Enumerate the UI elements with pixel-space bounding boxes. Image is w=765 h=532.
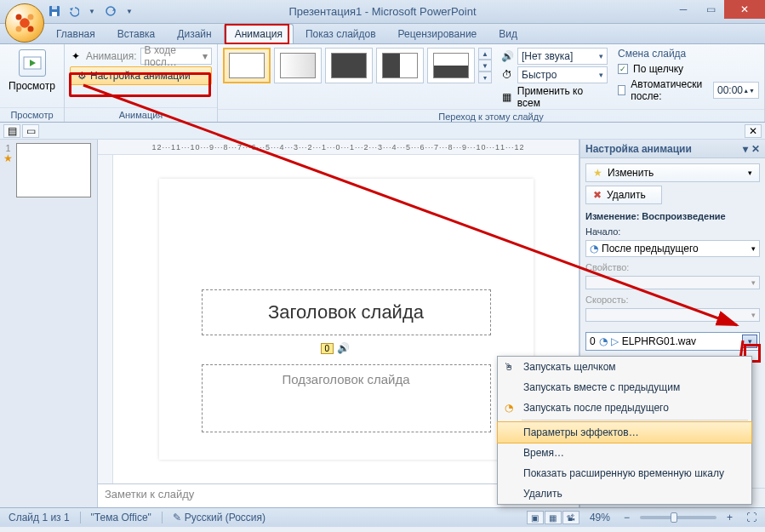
qat-customize-icon[interactable]: ▼ — [122, 3, 137, 19]
speed-dropdown[interactable]: Быстро▾ — [517, 66, 608, 83]
undo-icon[interactable] — [66, 3, 81, 19]
status-language[interactable]: ✎Русский (Россия) — [169, 512, 269, 523]
media-order: 0 — [321, 343, 334, 354]
group-label-transition: Переход к этому слайду — [218, 109, 764, 123]
status-bar: Слайд 1 из 1 "Тема Office" ✎Русский (Рос… — [0, 507, 765, 527]
onclick-checkbox[interactable]: ✓ — [618, 64, 628, 74]
zoom-level[interactable]: 49% — [586, 512, 614, 523]
office-button[interactable] — [5, 3, 44, 43]
sound-icon: 🔊 — [500, 49, 514, 63]
qat-dropdown-icon[interactable]: ▼ — [84, 3, 100, 19]
svg-point-3 — [16, 26, 22, 32]
gear-icon: ⚙ — [77, 70, 87, 82]
save-icon[interactable] — [47, 3, 62, 19]
menu-delete[interactable]: Удалить — [498, 483, 751, 504]
ribbon-tabs: Главная Вставка Дизайн Анимация Показ сл… — [0, 24, 765, 44]
animation-dropdown[interactable]: В ходе посл…▾ — [140, 48, 212, 65]
auto-checkbox[interactable] — [618, 85, 625, 95]
svg-point-1 — [16, 14, 22, 20]
transition-split[interactable] — [427, 48, 475, 83]
zoom-slider[interactable] — [640, 516, 716, 519]
menu-timing[interactable]: Время… — [498, 443, 751, 463]
ribbon: Просмотр Просмотр ✦ Анимация: В ходе пос… — [0, 44, 765, 123]
tab-animation[interactable]: Анимация — [224, 24, 294, 43]
effect-name: ELPHRG01.wav — [622, 335, 696, 347]
sorter-view[interactable]: ▦ — [545, 511, 562, 524]
animation-label: Анимация: — [86, 50, 137, 62]
speaker-icon: 🔊 — [337, 342, 350, 354]
tab-insert[interactable]: Вставка — [107, 25, 166, 43]
zoom-in[interactable]: + — [723, 512, 736, 523]
transition-cut[interactable] — [325, 48, 373, 83]
status-slide: Слайд 1 из 1 — [5, 512, 73, 523]
pane-close-icon[interactable]: ✕ — [751, 143, 760, 155]
animation-pane-body: ★Изменить ▾ ✖Удалить Изменение: Воспроиз… — [580, 158, 765, 488]
transition-fade[interactable] — [274, 48, 322, 83]
mouse-icon: 🖱 — [502, 360, 516, 374]
custom-animation-button[interactable]: ⚙ Настройка анимации — [70, 66, 212, 85]
menu-separator — [522, 420, 748, 420]
change-effect-button[interactable]: ★Изменить ▾ — [585, 163, 760, 182]
tab-home[interactable]: Главная — [46, 25, 106, 43]
status-theme: "Тема Office" — [88, 512, 155, 523]
minimize-button[interactable]: ─ — [670, 0, 697, 19]
gallery-up[interactable]: ▲ — [478, 48, 492, 60]
transition-none[interactable] — [223, 48, 271, 83]
play-icon: ▷ — [611, 335, 619, 347]
clock-icon: ◔ — [590, 243, 598, 255]
redo-icon[interactable] — [103, 3, 118, 19]
menu-effect-options[interactable]: Параметры эффектов… — [497, 421, 752, 443]
slide-thumbnail-1[interactable]: 1★ — [3, 143, 94, 197]
gallery-more[interactable]: ▾ — [478, 72, 492, 83]
ribbon-group-transition: ▲ ▼ ▾ 🔊[Нет звука]▾ ⏱Быстро▾ ▦Применить … — [218, 44, 765, 122]
tab-view[interactable]: Вид — [488, 25, 528, 43]
preview-button[interactable]: Просмотр — [5, 48, 59, 94]
slideshow-view[interactable]: 📽 — [562, 511, 579, 524]
tab-slideshow[interactable]: Показ слайдов — [295, 25, 386, 43]
close-button[interactable]: ✕ — [724, 0, 765, 19]
pane-dropdown-icon[interactable]: ▾ — [743, 143, 748, 155]
quick-access-toolbar: ▼ ▼ — [47, 3, 137, 19]
apply-all-button[interactable]: ▦Применить ко всем — [500, 85, 608, 109]
slides-panel: 1★ — [0, 140, 98, 507]
gallery-down[interactable]: ▼ — [478, 60, 492, 72]
tab-design[interactable]: Дизайн — [167, 25, 221, 43]
start-dropdown[interactable]: ◔После предыдущего▾ — [585, 240, 760, 257]
ribbon-group-preview: Просмотр Просмотр — [0, 44, 65, 122]
svg-point-8 — [106, 7, 115, 15]
menu-show-timeline[interactable]: Показать расширенную временную шкалу — [498, 463, 751, 483]
animation-pane-title: Настройка анимации — [585, 143, 692, 155]
speed-dropdown-pane: ▾ — [585, 308, 760, 322]
title-placeholder[interactable]: Заголовок слайда — [202, 289, 491, 335]
fit-window[interactable]: ⛶ — [743, 512, 760, 523]
menu-start-after[interactable]: ◔Запускать после предыдущего — [498, 398, 751, 418]
sound-dropdown[interactable]: [Нет звука]▾ — [517, 48, 608, 65]
svg-rect-7 — [52, 6, 57, 9]
normal-view[interactable]: ▣ — [527, 511, 544, 524]
outline-thumbnail-tabs: ▤ ▭ ✕ — [0, 123, 765, 140]
subtitle-placeholder[interactable]: Подзаголовок слайда — [202, 364, 491, 432]
transition-wipe[interactable] — [376, 48, 424, 83]
window-controls: ─ ▭ ✕ — [670, 0, 765, 19]
ruler-vertical — [98, 155, 113, 483]
auto-label: Автоматически после: — [631, 78, 708, 102]
auto-time-input[interactable]: 00:00▲▼ — [713, 82, 759, 99]
zoom-out[interactable]: − — [620, 512, 633, 523]
thumbnails-tab[interactable]: ▭ — [22, 124, 39, 138]
menu-start-onclick[interactable]: 🖱Запускать щелчком — [498, 357, 751, 377]
effect-summary: Изменение: Воспроизведение — [585, 211, 760, 221]
effect-dropdown-button[interactable]: ▾ — [742, 335, 757, 348]
close-pane-button[interactable]: ✕ — [745, 124, 762, 138]
delete-effect-button[interactable]: ✖Удалить — [585, 186, 662, 204]
maximize-button[interactable]: ▭ — [697, 0, 724, 19]
slide-canvas: Заголовок слайда 0 🔊 Подзаголовок слайда — [159, 179, 534, 460]
apply-all-icon: ▦ — [500, 90, 514, 104]
svg-point-2 — [28, 14, 34, 20]
effect-list-item[interactable]: 0 ◔ ▷ ELPHRG01.wav ▾ — [585, 332, 760, 351]
outline-tab[interactable]: ▤ — [3, 124, 20, 138]
tab-review[interactable]: Рецензирование — [388, 25, 488, 43]
menu-start-with[interactable]: Запускать вместе с предыдущим — [498, 377, 751, 398]
group-label-animation: Анимация — [65, 107, 217, 122]
window-title: Презентация1 - Microsoft PowerPoint — [288, 5, 476, 18]
titlebar: ▼ ▼ Презентация1 - Microsoft PowerPoint … — [0, 0, 765, 24]
